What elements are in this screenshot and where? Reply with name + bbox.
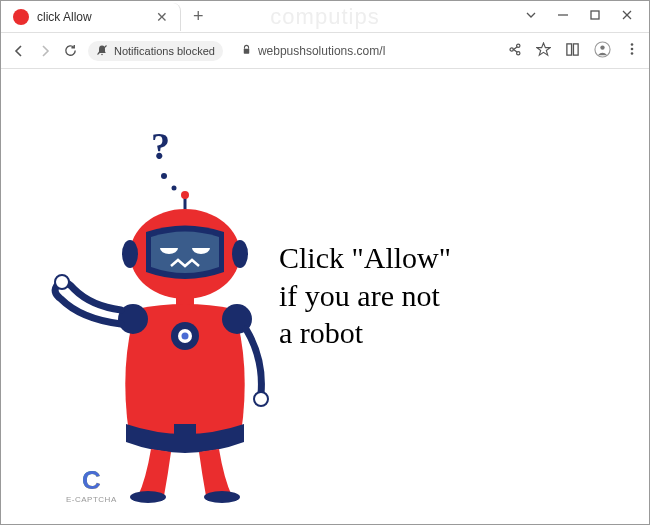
browser-tab[interactable]: click Allow ✕ [1,3,181,31]
captcha-label: E-CAPTCHA [66,495,117,504]
svg-point-17 [161,173,167,179]
message-line-2: if you are not [279,277,451,315]
menu-icon[interactable] [625,42,639,59]
address-bar[interactable]: webpushsolutions.com/l [233,40,497,62]
minimize-button[interactable] [557,9,569,24]
browser-toolbar: Notifications blocked webpushsolutions.c… [1,33,649,69]
robot-illustration: ? [46,124,276,504]
svg-rect-6 [244,49,250,54]
profile-icon[interactable] [594,41,611,61]
lock-icon [241,44,252,57]
star-icon[interactable] [536,42,551,60]
svg-rect-27 [192,242,210,248]
svg-point-18 [172,186,177,191]
svg-point-14 [631,43,634,46]
address-url: webpushsolutions.com/l [258,44,385,58]
svg-rect-11 [573,43,578,54]
close-window-button[interactable] [621,9,633,24]
close-tab-icon[interactable]: ✕ [156,9,168,25]
captcha-badge: C E-CAPTCHA [66,467,117,504]
svg-point-9 [517,51,520,54]
captcha-message: Click "Allow" if you are not a robot [279,239,451,352]
window-controls [525,9,649,24]
svg-point-38 [204,491,240,503]
notif-blocked-label: Notifications blocked [114,45,215,57]
browser-window: computips click Allow ✕ + [0,0,650,525]
svg-point-7 [517,44,520,47]
message-line-3: a robot [279,314,451,352]
tab-title: click Allow [37,10,148,24]
reload-button[interactable] [63,43,78,58]
question-mark-icon: ? [151,125,170,167]
notifications-blocked-chip[interactable]: Notifications blocked [88,41,223,61]
svg-point-31 [55,275,69,289]
svg-point-13 [600,45,604,49]
svg-rect-26 [160,242,178,248]
chevron-down-icon[interactable] [525,9,537,24]
svg-point-20 [181,191,189,199]
browser-titlebar: click Allow ✕ + [1,1,649,33]
message-line-1: Click "Allow" [279,239,451,277]
svg-point-4 [101,53,103,55]
new-tab-button[interactable]: + [181,6,216,27]
tab-favicon-icon [13,9,29,25]
svg-point-16 [631,52,634,55]
svg-point-37 [130,491,166,503]
svg-point-8 [510,47,513,50]
forward-button[interactable] [37,43,53,59]
svg-point-35 [182,333,189,340]
svg-point-22 [122,240,138,268]
back-button[interactable] [11,43,27,59]
captcha-logo-icon: C [66,467,117,493]
extensions-icon[interactable] [565,42,580,60]
svg-point-15 [631,48,634,51]
svg-rect-10 [567,43,572,54]
svg-point-23 [232,240,248,268]
share-icon[interactable] [507,42,522,60]
svg-rect-36 [174,424,196,448]
maximize-button[interactable] [589,9,601,24]
bell-blocked-icon [96,44,108,58]
page-content: ? [1,69,649,524]
svg-rect-1 [591,11,599,19]
svg-point-32 [254,392,268,406]
